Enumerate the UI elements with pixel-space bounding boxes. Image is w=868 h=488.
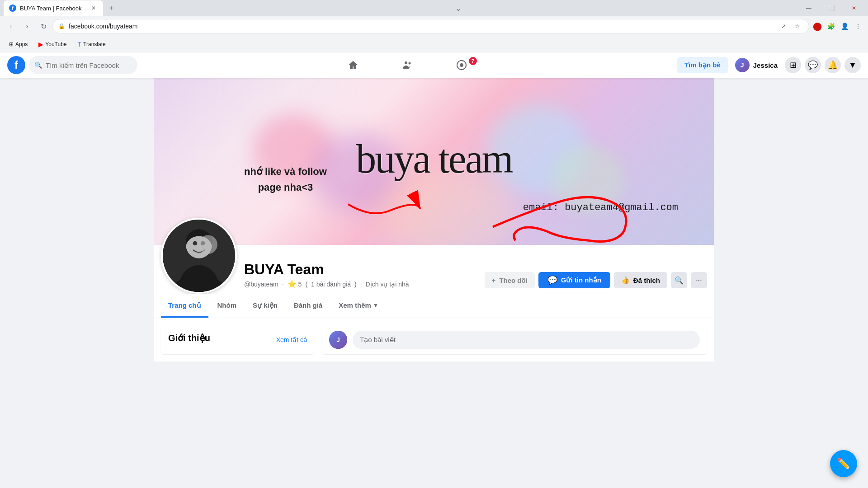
bookmark-translate[interactable]: T Translate [74,39,109,50]
rating-value: 5 [298,281,302,288]
forward-button[interactable]: › [20,19,34,33]
service-type: Dịch vụ tại nhà [366,281,409,288]
more-options-button[interactable]: ··· [691,272,707,288]
follow-icon: + [492,277,496,284]
meta-paren-close: ) [354,281,357,288]
page-meta: @buyateam · ⭐ 5 ( 1 bài đánh giá ) · Dịc… [244,280,477,288]
address-actions: ↗ ☆ [777,20,803,33]
cover-email: email: buyateam4@gmail.com [523,202,678,213]
apps-icon: ⊞ [9,41,14,47]
opera-icon[interactable]: ⬤ [811,20,824,33]
review-count: 1 bài đánh giá [311,281,351,288]
facebook-navbar: f 🔍 7 Tìm bạn bè J Jessica [0,52,868,78]
tab-reviews-label: Đánh giá [294,301,322,309]
messenger-icon: 💬 [547,275,557,285]
messenger-float-icon: ✏️ [837,457,850,470]
minimize-button[interactable]: — [798,0,819,16]
tab-events[interactable]: Sự kiện [245,294,285,318]
create-post-button[interactable]: Tạo bài viết [353,331,700,349]
post-avatar: J [329,331,347,349]
find-friends-button[interactable]: Tìm bạn bè [677,57,728,73]
star-rating: ⭐ 5 [288,280,302,288]
new-tab-button[interactable]: + [105,2,118,14]
page-handle: @buyateam [244,281,278,288]
bookmark-star-icon[interactable]: ☆ [791,20,803,33]
active-tab[interactable]: f BUYA Team | Facebook ✕ [4,0,103,16]
apps-label: Apps [15,41,28,47]
see-all-link[interactable]: Xem tất cả [276,336,307,343]
liked-button[interactable]: 👍 Đã thích [614,272,667,288]
tab-overflow-button[interactable]: ⌄ [452,2,464,14]
page-content: Giới thiệu Xem tất cả J Tạo bài viết [154,318,714,361]
notifications-button[interactable]: 🔔 [825,57,841,73]
tab-reviews[interactable]: Đánh giá [287,294,330,318]
page-wrapper: buya team nhớ like và follow page nha<3 … [154,78,714,361]
close-button[interactable]: ✕ [844,0,864,16]
apps-grid-button[interactable]: ⊞ [785,57,801,73]
nav-watch-button[interactable]: 7 [436,54,487,76]
browser-chrome: f BUYA Team | Facebook ✕ + ⌄ — ⬜ ✕ ‹ › ↻… [0,0,868,52]
cover-page-name: buya team [356,136,512,182]
search-bar[interactable]: 🔍 [29,56,137,74]
tab-close-button[interactable]: ✕ [90,4,98,12]
svg-point-0 [405,61,407,64]
meta-dot2: · [360,281,362,288]
tab-more-label: Xem thêm [339,301,371,309]
tab-home-label: Trang chủ [168,301,201,310]
page-name: BUYA Team [244,261,477,278]
message-button[interactable]: 💬 Gửi tin nhắn [538,272,610,288]
intro-card: Giới thiệu Xem tất cả [161,325,315,354]
tab-title: BUYA Team | Facebook [20,5,86,12]
lock-icon: 🔒 [58,23,65,29]
liked-label: Đã thích [633,277,660,284]
translate-label: Translate [83,41,106,47]
messenger-button[interactable]: 💬 [805,57,821,73]
menu-icon[interactable]: ⋮ [852,20,864,33]
tab-groups[interactable]: Nhóm [210,294,244,318]
search-input[interactable] [46,61,132,69]
svg-point-3 [460,63,463,67]
cover-photo: buya team nhớ like và follow page nha<3 … [154,78,714,245]
svg-point-9 [198,235,217,254]
search-page-button[interactable]: 🔍 [671,272,687,288]
nav-friends-button[interactable] [382,54,433,76]
extension-icon[interactable]: 🧩 [825,20,837,33]
facebook-logo[interactable]: f [7,56,25,74]
share-icon[interactable]: ↗ [777,20,790,33]
profile-icon[interactable]: 👤 [838,20,851,33]
maximize-button[interactable]: ⬜ [821,0,842,16]
like-icon: 👍 [621,276,630,284]
back-button[interactable]: ‹ [4,19,18,33]
bookmark-youtube[interactable]: ▶ YouTube [35,39,70,50]
tabs-and-circle: Trang chủ Nhóm Sự kiện Đánh giá Xem thêm… [154,294,714,318]
tab-home[interactable]: Trang chủ [161,294,208,318]
follow-button[interactable]: + Theo dõi [485,272,535,288]
nav-right: Tìm bạn bè J Jessica ⊞ 💬 🔔 ▼ [677,57,861,73]
sidebar: Giới thiệu Xem tất cả [161,325,315,354]
search-icon: 🔍 [675,276,684,285]
tab-more[interactable]: Xem thêm ▼ [331,294,386,318]
messenger-float-button[interactable]: ✏️ [830,450,857,477]
title-bar: f BUYA Team | Facebook ✕ + ⌄ — ⬜ ✕ [0,0,868,16]
create-post-label: Tạo bài viết [360,336,396,344]
profile-avatar-img [163,218,235,294]
chevron-down-icon: ▼ [373,302,378,309]
post-box: J Tạo bài viết [322,325,707,354]
meta-dot1: · [282,281,284,288]
address-bar[interactable]: 🔒 facebook.com/buyateam ↗ ☆ [52,19,809,33]
intro-header: Giới thiệu Xem tất cả [168,333,307,347]
youtube-icon: ▶ [38,41,43,48]
profile-picture [161,218,237,294]
main-content: J Tạo bài viết [322,325,707,354]
refresh-button[interactable]: ↻ [36,19,51,33]
account-menu-button[interactable]: ▼ [844,57,861,73]
intro-title: Giới thiệu [168,333,210,343]
message-label: Gửi tin nhắn [561,276,601,284]
user-profile-button[interactable]: J Jessica [731,57,781,73]
address-text: facebook.com/buyateam [69,23,774,30]
facebook-page: f 🔍 7 Tìm bạn bè J Jessica [0,52,868,472]
page-content-scroll[interactable]: buya team nhớ like và follow page nha<3 … [0,78,868,472]
window-controls: — ⬜ ✕ [798,0,864,16]
nav-home-button[interactable] [328,54,378,76]
bookmark-apps[interactable]: ⊞ Apps [5,39,31,49]
